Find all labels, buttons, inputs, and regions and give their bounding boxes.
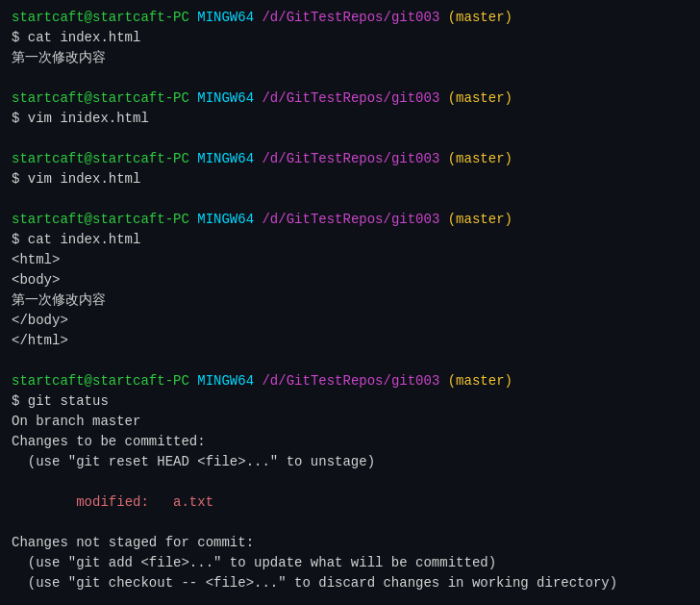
empty-line bbox=[12, 351, 688, 371]
terminal-line: startcaft@startcaft-PC MINGW64 /d/GitTes… bbox=[12, 149, 688, 169]
terminal-line: </html> bbox=[12, 331, 688, 351]
terminal-line-modified-staged: modified: a.txt bbox=[12, 492, 688, 513]
prompt-shell: MINGW64 bbox=[197, 90, 254, 106]
terminal-line: startcaft@startcaft-PC MINGW64 /d/GitTes… bbox=[12, 371, 688, 391]
empty-line bbox=[12, 472, 688, 492]
terminal-line: (use "git add <file>..." to update what … bbox=[12, 553, 688, 573]
terminal-line: startcaft@startcaft-PC MINGW64 /d/GitTes… bbox=[12, 8, 688, 28]
prompt-user: startcaft@startcaft-PC bbox=[12, 90, 189, 106]
terminal-line: </body> bbox=[12, 311, 688, 331]
terminal-line: Changes to be committed: bbox=[12, 432, 688, 452]
terminal-line: $ cat index.html bbox=[12, 230, 688, 250]
empty-line bbox=[12, 513, 688, 533]
terminal-line: <body> bbox=[12, 270, 688, 290]
terminal-line: $ cat index.html bbox=[12, 28, 688, 48]
terminal-line: startcaft@startcaft-PC MINGW64 /d/GitTes… bbox=[12, 210, 688, 230]
terminal-line: $ git status bbox=[12, 391, 688, 412]
empty-line bbox=[12, 593, 688, 605]
terminal-line: $ vim index.html bbox=[12, 169, 688, 189]
prompt-user: startcaft@startcaft-PC bbox=[12, 212, 189, 227]
terminal-line: $ vim inidex.html bbox=[12, 109, 688, 129]
prompt-user: startcaft@startcaft-PC bbox=[12, 373, 189, 389]
empty-line bbox=[12, 129, 688, 149]
prompt-branch: (master) bbox=[448, 212, 512, 227]
terminal-line: <html> bbox=[12, 250, 688, 270]
terminal-line: startcaft@startcaft-PC MINGW64 /d/GitTes… bbox=[12, 88, 688, 109]
prompt-path: /d/GitTestRepos/git003 bbox=[262, 373, 439, 389]
prompt-path: /d/GitTestRepos/git003 bbox=[262, 212, 439, 227]
terminal: startcaft@startcaft-PC MINGW64 /d/GitTes… bbox=[12, 8, 688, 597]
prompt-path: /d/GitTestRepos/git003 bbox=[262, 90, 439, 106]
terminal-line: Changes not staged for commit: bbox=[12, 533, 688, 553]
terminal-line: 第一次修改内容 bbox=[12, 48, 688, 68]
prompt-path: /d/GitTestRepos/git003 bbox=[262, 10, 439, 25]
terminal-line: 第一次修改内容 bbox=[12, 290, 688, 311]
prompt-shell: MINGW64 bbox=[197, 10, 254, 25]
empty-line bbox=[12, 68, 688, 88]
terminal-line: (use "git reset HEAD <file>..." to unsta… bbox=[12, 452, 688, 472]
prompt-path: /d/GitTestRepos/git003 bbox=[262, 151, 439, 166]
prompt-branch: (master) bbox=[448, 10, 512, 25]
prompt-branch: (master) bbox=[448, 373, 512, 389]
prompt-shell: MINGW64 bbox=[197, 373, 254, 389]
terminal-line: (use "git checkout -- <file>..." to disc… bbox=[12, 573, 688, 593]
prompt-user: startcaft@startcaft-PC bbox=[12, 151, 189, 166]
prompt-branch: (master) bbox=[448, 151, 512, 166]
terminal-line: On branch master bbox=[12, 412, 688, 432]
prompt-branch: (master) bbox=[448, 90, 512, 106]
empty-line bbox=[12, 189, 688, 210]
prompt-shell: MINGW64 bbox=[197, 151, 254, 166]
prompt-user: startcaft@startcaft-PC bbox=[12, 10, 189, 25]
prompt-shell: MINGW64 bbox=[197, 212, 254, 227]
